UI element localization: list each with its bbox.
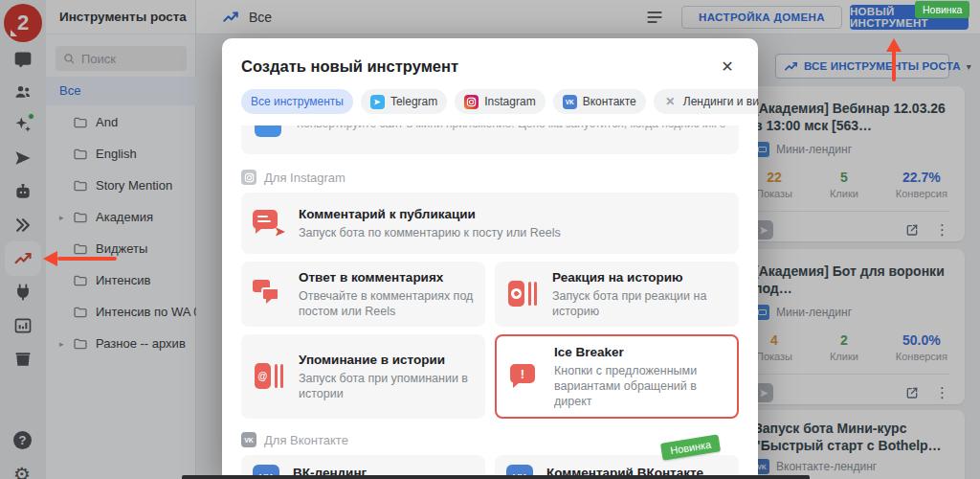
story-reaction-icon	[506, 280, 539, 308]
partial-tool-subtitle: Конвертируйте сайт в мини приложение. Це…	[297, 125, 725, 130]
story-mention-icon: @	[253, 362, 285, 391]
dock-edge	[182, 475, 810, 479]
chip-vkontakte[interactable]: VK Вконтакте	[553, 89, 646, 114]
close-icon[interactable]: ✕	[716, 57, 739, 76]
telegram-icon	[370, 95, 385, 109]
instagram-icon	[464, 95, 479, 109]
section-label: Для Вконтакте	[264, 433, 348, 447]
chip-telegram[interactable]: Telegram	[361, 89, 447, 114]
annotation-arrow-up-head	[886, 38, 902, 52]
modal-title: Создать новый инструмент	[241, 57, 458, 76]
chip-label: Вконтакте	[583, 95, 636, 108]
tool-comment-post[interactable]: ➤ Комментарий к публикации Запуск бота п…	[241, 193, 739, 254]
tool-title: Упоминание в истории	[299, 352, 474, 368]
section-header-instagram: Для Instagram	[241, 170, 739, 185]
filter-chips: Все инструменты Telegram Instagram VK Вк…	[241, 89, 739, 114]
tool-subtitle: Запуск бота при реакции на историю	[552, 288, 727, 319]
tool-subtitle: Кнопки с предложенными вариантами обраще…	[554, 363, 725, 409]
mini-app-icon	[255, 125, 281, 137]
vk-icon: VK	[563, 95, 577, 109]
tools-grid-row: Ответ в комментариях Отвечайте в коммент…	[241, 262, 739, 327]
tool-story-reaction[interactable]: Реакция на историю Запуск бота при реакц…	[495, 262, 739, 327]
tool-title: Ice Breaker	[554, 344, 725, 360]
tool-subtitle: Отвечайте в комментариях под постом или …	[299, 288, 474, 319]
modal-scroll-area[interactable]: Конвертируйте сайт в мини приложение. Це…	[241, 125, 739, 479]
comment-reply-icon	[253, 280, 285, 308]
create-tool-modal: Создать новый инструмент ✕ Все инструмен…	[222, 38, 758, 479]
chip-label: Telegram	[390, 95, 437, 108]
chip-label: Все инструменты	[251, 95, 344, 108]
tool-title: Комментарий к публикации	[299, 206, 561, 222]
tools-icon: ✕	[663, 95, 678, 109]
chip-label: Лендинги и виджеты	[683, 95, 758, 108]
annotation-arrow-left	[57, 257, 117, 261]
tool-title: Ответ в комментариях	[299, 269, 474, 285]
annotation-arrow-up	[892, 50, 896, 81]
ice-breaker-icon: !	[508, 362, 541, 391]
section-label: Для Instagram	[264, 171, 345, 185]
tool-subtitle: Запуск бота при упоминании в истории	[299, 371, 474, 401]
app-window: 2	[0, 0, 980, 479]
vk-gray-icon: VK	[241, 432, 256, 447]
instagram-gray-icon	[241, 170, 256, 185]
tool-subtitle: Запуск бота по комментарию к посту или R…	[299, 225, 561, 240]
chip-landings-widgets[interactable]: ✕ Лендинги и виджеты	[654, 89, 758, 114]
tool-comment-reply[interactable]: Ответ в комментариях Отвечайте в коммент…	[241, 262, 485, 327]
tool-story-mention[interactable]: @ Упоминание в истории Запуск бота при у…	[241, 334, 485, 419]
chip-all-tools[interactable]: Все инструменты	[241, 89, 353, 114]
tools-grid-row: @ Упоминание в истории Запуск бота при у…	[241, 334, 739, 419]
partial-tool-card[interactable]: Конвертируйте сайт в мини приложение. Це…	[241, 125, 739, 154]
chip-label: Instagram	[484, 95, 535, 108]
annotation-arrow-left-head	[43, 251, 57, 266]
tool-ice-breaker[interactable]: ! Ice Breaker Кнопки с предложенными вар…	[495, 334, 739, 419]
comment-post-icon: ➤	[253, 209, 285, 238]
chip-instagram[interactable]: Instagram	[455, 89, 545, 114]
new-feature-badge: Новинка	[915, 1, 969, 18]
tool-title: Реакция на историю	[552, 269, 727, 285]
